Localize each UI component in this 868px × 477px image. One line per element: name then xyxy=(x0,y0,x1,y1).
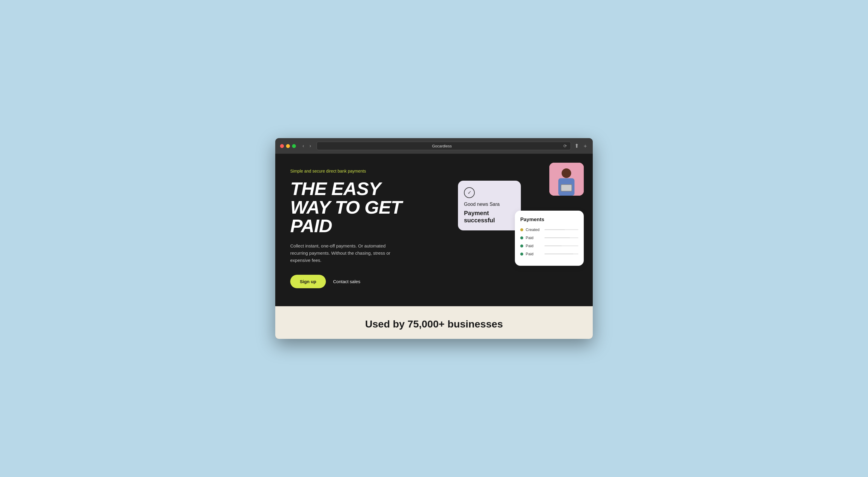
new-tab-button[interactable]: ＋ xyxy=(583,142,588,150)
svg-point-2 xyxy=(562,169,571,178)
maximize-button[interactable] xyxy=(292,144,296,148)
bottom-section: Used by 75,000+ businesses xyxy=(275,306,593,339)
created-dot xyxy=(520,228,523,231)
reload-icon: ⟳ xyxy=(563,144,567,148)
paid-bar-3 xyxy=(545,254,573,255)
share-button[interactable]: ⬆ xyxy=(575,143,579,149)
created-bar xyxy=(545,229,565,230)
payment-row-paid-3: Paid xyxy=(520,252,578,256)
svg-rect-5 xyxy=(561,185,571,191)
url-text: Gocardless xyxy=(320,144,563,148)
created-bar-container xyxy=(545,229,578,230)
payments-card: Payments Created Paid xyxy=(515,211,584,266)
minimize-button[interactable] xyxy=(286,144,290,148)
person-illustration xyxy=(549,163,584,196)
browser-window: ‹ › Gocardless ⟳ ⬆ ＋ Simple and secure d… xyxy=(275,138,593,339)
paid-bar-1 xyxy=(545,237,570,238)
created-label: Created xyxy=(526,228,542,232)
browser-content: Simple and secure direct bank payments T… xyxy=(275,154,593,339)
check-circle: ✓ xyxy=(464,187,475,198)
contact-sales-button[interactable]: Contact sales xyxy=(333,279,360,284)
forward-button[interactable]: › xyxy=(308,143,313,149)
hero-headline: THE EASY WAY TO GET PAID xyxy=(290,179,416,235)
bottom-headline: Used by 75,000+ businesses xyxy=(290,318,578,330)
browser-actions: ⬆ ＋ xyxy=(575,142,588,150)
paid-label-2: Paid xyxy=(526,244,542,248)
paid-bar-2 xyxy=(545,245,562,246)
paid-label-1: Paid xyxy=(526,236,542,240)
hero-section: Simple and secure direct bank payments T… xyxy=(275,154,593,306)
payment-successful-text: Payment successful xyxy=(464,209,515,224)
paid-bar-container-2 xyxy=(545,245,578,246)
close-button[interactable] xyxy=(280,144,284,148)
paid-bar-container-1 xyxy=(545,237,578,238)
payment-row-paid-1: Paid xyxy=(520,236,578,240)
paid-label-3: Paid xyxy=(526,252,542,256)
checkmark-icon: ✓ xyxy=(468,190,471,195)
payment-success-card: ✓ Good news Sara Payment successful xyxy=(458,181,521,231)
person-photo-card xyxy=(549,163,584,196)
payments-card-title: Payments xyxy=(520,217,578,222)
photo-placeholder xyxy=(549,163,584,196)
signup-button[interactable]: Sign up xyxy=(290,275,326,288)
payment-row-created: Created xyxy=(520,228,578,232)
paid-bar-container-3 xyxy=(545,254,578,255)
traffic-lights xyxy=(280,144,296,148)
paid-dot-1 xyxy=(520,236,523,239)
good-news-text: Good news Sara xyxy=(464,202,515,207)
paid-dot-2 xyxy=(520,244,523,247)
back-button[interactable]: ‹ xyxy=(301,143,306,149)
address-bar[interactable]: Gocardless ⟳ xyxy=(317,142,571,150)
browser-chrome: ‹ › Gocardless ⟳ ⬆ ＋ xyxy=(275,138,593,154)
paid-dot-3 xyxy=(520,252,523,256)
hero-description: Collect instant, one-off payments. Or au… xyxy=(290,242,404,264)
nav-buttons: ‹ › xyxy=(301,143,313,149)
hero-visuals: ✓ Good news Sara Payment successful Paym… xyxy=(458,163,584,282)
payment-row-paid-2: Paid xyxy=(520,244,578,248)
